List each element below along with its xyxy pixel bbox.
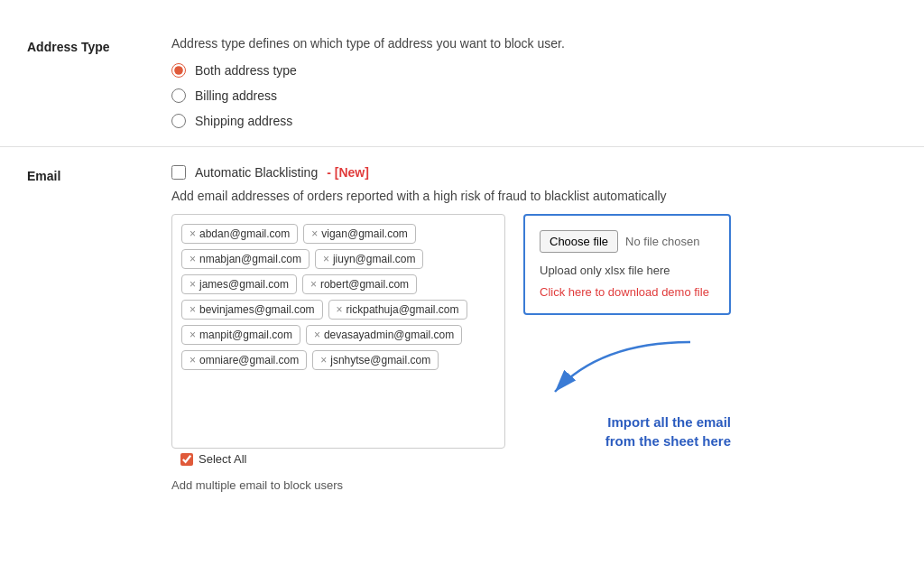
tag-remove-icon[interactable]: × <box>314 329 320 341</box>
no-file-text: No file chosen <box>625 235 699 248</box>
email-tag[interactable]: ×jiuyn@gmail.com <box>315 249 424 269</box>
tag-remove-icon[interactable]: × <box>189 227 196 240</box>
tag-remove-icon[interactable]: × <box>337 303 343 316</box>
auto-blacklist-row: Automatic Blacklisting - [New] <box>171 165 897 180</box>
email-tag[interactable]: ×nmabjan@gmail.com <box>181 249 310 269</box>
radio-shipping-input[interactable] <box>171 114 186 128</box>
radio-both[interactable]: Both address type <box>171 63 897 78</box>
auto-blacklist-label: Automatic Blacklisting <box>195 165 318 180</box>
email-tags-container[interactable]: ×abdan@gmail.com×vigan@gmail.com×nmabjan… <box>171 214 505 449</box>
radio-both-label: Both address type <box>195 63 297 78</box>
email-tag[interactable]: ×james@gmail.com <box>181 274 297 294</box>
email-tag[interactable]: ×jsnhytse@gmail.com <box>312 350 439 370</box>
email-tag[interactable]: ×rickpathuja@gmail.com <box>328 300 467 320</box>
auto-blacklist-checkbox[interactable] <box>171 165 186 180</box>
email-tag[interactable]: ×vigan@gmail.com <box>303 224 416 244</box>
email-right-panel: Choose file No file chosen Upload only x… <box>523 214 731 450</box>
new-badge: - [New] <box>327 165 369 180</box>
address-type-section: Address Type Address type defines on whi… <box>0 18 924 147</box>
file-upload-row: Choose file No file chosen <box>540 230 715 253</box>
radio-billing-label: Billing address <box>195 88 277 103</box>
radio-shipping[interactable]: Shipping address <box>171 114 897 128</box>
email-tag[interactable]: ×robert@gmail.com <box>302 274 417 294</box>
email-section: Email Automatic Blacklisting - [New] Add… <box>0 147 924 510</box>
tag-remove-icon[interactable]: × <box>320 354 327 366</box>
email-tag[interactable]: ×omniare@gmail.com <box>181 350 307 370</box>
select-all-row: Select All <box>180 452 505 466</box>
tag-remove-icon[interactable]: × <box>189 253 196 265</box>
email-label: Email <box>27 165 171 183</box>
address-type-content: Address type defines on which type of ad… <box>171 36 897 128</box>
address-type-label: Address Type <box>27 36 171 54</box>
import-label: Import all the emailfrom the sheet here <box>523 413 731 450</box>
radio-billing-input[interactable] <box>171 88 186 103</box>
radio-billing[interactable]: Billing address <box>171 88 897 103</box>
email-tag[interactable]: ×devasayadmin@gmail.com <box>306 325 462 345</box>
tag-remove-icon[interactable]: × <box>323 253 329 265</box>
email-tag[interactable]: ×manpit@gmail.com <box>181 325 300 345</box>
email-content: Automatic Blacklisting - [New] Add email… <box>171 165 897 492</box>
email-tag[interactable]: ×bevinjames@gmail.com <box>181 300 323 320</box>
tag-remove-icon[interactable]: × <box>189 278 196 291</box>
file-upload-box: Choose file No file chosen Upload only x… <box>523 214 731 315</box>
fraud-description: Add email addresses of orders reported w… <box>171 189 897 203</box>
address-type-radio-group: Both address type Billing address Shippi… <box>171 63 897 128</box>
address-type-description: Address type defines on which type of ad… <box>171 36 897 51</box>
tag-remove-icon[interactable]: × <box>189 303 196 316</box>
email-tags: ×abdan@gmail.com×vigan@gmail.com×nmabjan… <box>181 224 495 370</box>
choose-file-button[interactable]: Choose file <box>540 230 618 253</box>
email-left-panel: ×abdan@gmail.com×vigan@gmail.com×nmabjan… <box>171 214 505 466</box>
download-link[interactable]: Click here to download demo file <box>540 285 709 299</box>
tag-remove-icon[interactable]: × <box>189 354 196 366</box>
radio-both-input[interactable] <box>171 63 186 78</box>
email-body: ×abdan@gmail.com×vigan@gmail.com×nmabjan… <box>171 214 897 466</box>
select-all-checkbox[interactable] <box>180 453 193 466</box>
add-multiple-note: Add multiple email to block users <box>171 478 897 492</box>
tag-remove-icon[interactable]: × <box>311 227 318 240</box>
upload-info: Upload only xlsx file here <box>540 264 715 277</box>
arrow-annotation: Import all the emailfrom the sheet here <box>523 333 731 450</box>
tag-remove-icon[interactable]: × <box>310 278 317 291</box>
radio-shipping-label: Shipping address <box>195 114 292 128</box>
email-tag[interactable]: ×abdan@gmail.com <box>181 224 298 244</box>
tag-remove-icon[interactable]: × <box>189 329 196 341</box>
select-all-label: Select All <box>199 452 246 466</box>
arrow-svg <box>528 333 726 405</box>
